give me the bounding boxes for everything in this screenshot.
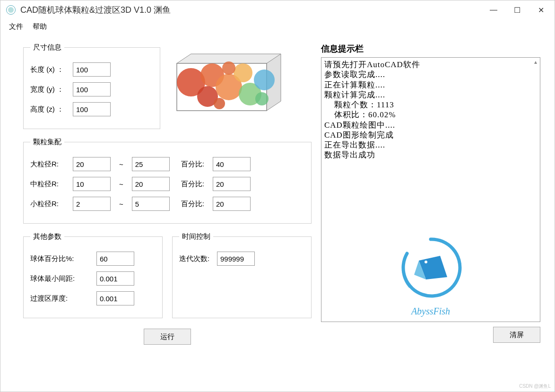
grade-large-label: 大粒径R: <box>30 160 73 169</box>
time-group: 时间控制 迭代次数: <box>172 232 312 318</box>
menu-file[interactable]: 文件 <box>9 22 23 31</box>
itz-input[interactable] <box>96 291 134 305</box>
iter-label: 迭代次数: <box>179 254 217 263</box>
tilde-icon: ~ <box>119 200 123 208</box>
iter-input[interactable] <box>217 252 255 266</box>
menubar: 文件 帮助 <box>0 19 555 34</box>
app-window: CAD随机球体颗粒&过渡区3D V1.0 渊鱼 ― ☐ ✕ 文件 帮助 尺寸信息… <box>0 0 555 392</box>
time-legend: 时间控制 <box>179 232 213 241</box>
sphere-pct-input[interactable] <box>96 252 134 266</box>
svg-point-20 <box>425 261 427 263</box>
info-box: ▴ 请预先打开AutoCAD软件 参数读取完成.... 正在计算颗粒.... 颗… <box>321 57 540 322</box>
grade-mid-label: 中粒径R: <box>30 180 73 189</box>
length-input[interactable] <box>73 62 111 77</box>
grade-large-pct[interactable] <box>213 157 251 171</box>
itz-label: 过渡区厚度: <box>30 294 96 303</box>
app-icon <box>6 5 16 15</box>
info-title: 信息提示栏 <box>321 43 540 54</box>
svg-point-12 <box>234 63 252 82</box>
min-gap-label: 球体最小间距: <box>30 274 96 283</box>
grade-small-min[interactable] <box>73 197 111 211</box>
svg-point-16 <box>214 98 225 109</box>
pct-label-1: 百分比: <box>181 160 204 169</box>
footer-watermark: CSDN @渊鱼L <box>519 383 551 390</box>
height-input[interactable] <box>73 102 111 116</box>
grade-large-min[interactable] <box>73 157 111 171</box>
pct-label-2: 百分比: <box>181 180 204 189</box>
titlebar: CAD随机球体颗粒&过渡区3D V1.0 渊鱼 ― ☐ ✕ <box>0 0 555 19</box>
svg-point-17 <box>255 92 269 105</box>
clear-button[interactable]: 清屏 <box>493 327 540 343</box>
minimize-button[interactable]: ― <box>482 1 505 18</box>
grade-mid-max[interactable] <box>132 177 170 191</box>
height-label: 高度 (z) ： <box>30 105 73 114</box>
grade-small-max[interactable] <box>132 197 170 211</box>
length-label: 长度 (x) ： <box>30 65 73 74</box>
info-text: 请预先打开AutoCAD软件 参数读取完成.... 正在计算颗粒.... 颗粒计… <box>321 58 540 162</box>
grade-mid-min[interactable] <box>73 177 111 191</box>
logo-text: AbyssFish <box>379 306 483 317</box>
sphere-pct-label: 球体百分比%: <box>30 254 96 263</box>
min-gap-input[interactable] <box>96 271 134 286</box>
width-input[interactable] <box>73 82 111 96</box>
grading-group: 颗粒集配 大粒径R: ~ 百分比: 中粒径R: ~ 百分比: <box>23 138 312 224</box>
other-legend: 其他参数 <box>30 232 64 241</box>
grade-small-pct[interactable] <box>213 197 251 211</box>
size-group: 尺寸信息 长度 (x) ： 宽度 (y) ： 高度 (z) ： <box>23 43 160 129</box>
grading-legend: 颗粒集配 <box>30 138 64 147</box>
run-button[interactable]: 运行 <box>144 329 191 345</box>
grade-mid-pct[interactable] <box>213 177 251 191</box>
tilde-icon: ~ <box>119 160 123 168</box>
preview-image <box>170 47 293 118</box>
size-legend: 尺寸信息 <box>30 43 64 52</box>
pct-label-3: 百分比: <box>181 200 204 209</box>
svg-point-14 <box>254 70 275 90</box>
logo: AbyssFish <box>379 235 483 317</box>
grade-large-max[interactable] <box>132 157 170 171</box>
logo-icon <box>398 235 464 301</box>
window-title: CAD随机球体颗粒&过渡区3D V1.0 渊鱼 <box>20 4 482 16</box>
grade-small-label: 小粒径R: <box>30 200 73 209</box>
tilde-icon: ~ <box>119 180 123 188</box>
other-group: 其他参数 球体百分比%: 球体最小间距: 过渡区厚度: <box>23 232 163 318</box>
width-label: 宽度 (y) ： <box>30 85 73 94</box>
close-button[interactable]: ✕ <box>529 1 553 18</box>
menu-help[interactable]: 帮助 <box>33 22 47 31</box>
svg-point-15 <box>222 61 235 75</box>
scroll-up-icon[interactable]: ▴ <box>534 59 539 65</box>
maximize-button[interactable]: ☐ <box>505 1 529 18</box>
